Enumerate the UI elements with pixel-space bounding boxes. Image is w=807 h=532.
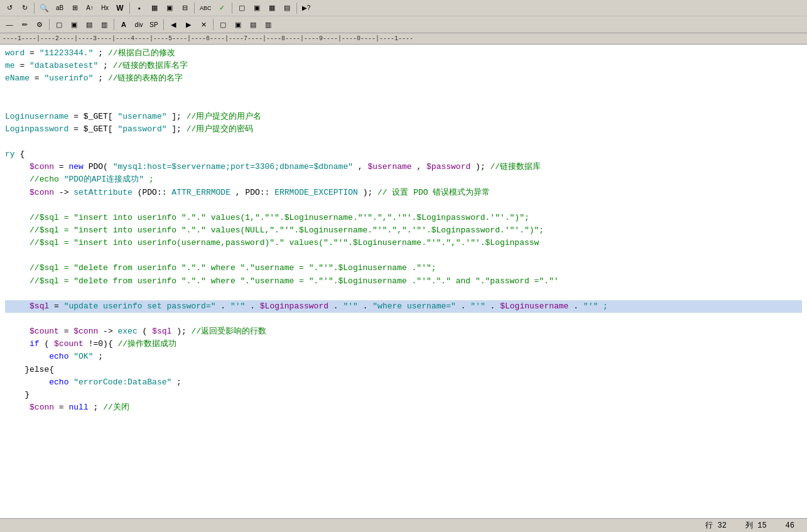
toolbar-row1: ↺ ↻ 🔍 aB ⊞ A↑ Hx W ▪ ▦ ▣ ⊟ ABC ✓ ▢ ▣ ▦ ▤… — [0, 0, 807, 16]
abc-button[interactable]: ABC — [197, 1, 214, 15]
box3-button[interactable]: ▣ — [163, 1, 176, 15]
sq4-button[interactable]: ▥ — [261, 18, 275, 31]
code-token: "username" — [117, 112, 166, 121]
code-token: ; — [603, 301, 608, 311]
code-token: ); — [475, 162, 485, 171]
cross-button[interactable]: ✕ — [197, 18, 210, 31]
arrow-button[interactable]: ▶? — [300, 1, 313, 15]
code-token — [5, 238, 24, 247]
box4-button[interactable]: ⊟ — [178, 1, 192, 15]
sq2-button[interactable]: ▣ — [231, 18, 245, 31]
code-line-ins3: //$sql = "insert into userinfo(username,… — [5, 237, 802, 249]
frame2-button[interactable]: ▣ — [67, 18, 81, 31]
code-token — [5, 352, 44, 361]
sep1 — [34, 3, 35, 14]
code-token: "PDO的API连接成功" — [64, 175, 144, 184]
code-token: "'" — [583, 301, 598, 311]
hx-button[interactable]: Hx — [98, 1, 112, 15]
code-line-count: $count = $conn -> exec ( $sql ); //返回受影响… — [5, 325, 802, 338]
code-token: ry — [5, 149, 15, 159]
code-token: ATTR_ERRMODE — [171, 188, 230, 197]
box5-button[interactable]: ▢ — [235, 1, 249, 15]
code-line-echook: echo "OK" ; — [5, 350, 802, 363]
box8-button[interactable]: ▤ — [280, 1, 294, 15]
code-token: "update userinfo set password=" — [64, 301, 216, 311]
box2-button[interactable]: ▦ — [148, 1, 161, 15]
code-token: me — [5, 61, 15, 70]
code-token: //关闭 — [103, 403, 129, 412]
row-label: 行 32 — [705, 520, 727, 531]
box1-button[interactable]: ▪ — [133, 1, 146, 15]
code-line-ins1: //$sql = "insert into userinfo "."." val… — [5, 212, 802, 224]
undo-button[interactable]: ↺ — [3, 1, 16, 15]
ab-button[interactable]: aB — [53, 1, 67, 15]
redo-button[interactable]: ↻ — [18, 1, 31, 15]
code-token: $conn — [30, 403, 54, 412]
w-button[interactable]: W — [113, 1, 127, 15]
sp-button[interactable]: SP — [147, 18, 161, 31]
div-button[interactable]: div — [132, 18, 146, 31]
code-line-blank7 — [5, 313, 802, 325]
a-button[interactable]: A — [117, 18, 131, 31]
sep5 — [296, 3, 297, 14]
right-arrow-button[interactable]: ▶ — [181, 18, 195, 31]
code-token: ]; — [171, 112, 181, 121]
sq1-button[interactable]: ▢ — [216, 18, 230, 31]
pencil-button[interactable]: ✏ — [18, 18, 31, 31]
code-token: ; — [103, 61, 108, 70]
code-token: "errorCode:DataBase" — [73, 377, 171, 387]
find-button[interactable]: 🔍 — [37, 1, 51, 15]
code-token: $Loginpassword — [260, 301, 328, 311]
left-arrow-button[interactable]: ◀ — [166, 18, 180, 31]
code-token — [5, 175, 24, 184]
code-token: ; — [149, 175, 154, 184]
code-token: ]; — [171, 124, 181, 134]
code-token — [5, 213, 24, 222]
sq3-button[interactable]: ▤ — [246, 18, 260, 31]
code-token — [5, 225, 24, 235]
code-token: //链接的数据库名字 — [113, 61, 188, 70]
code-token: $count — [30, 327, 59, 336]
gear-button[interactable]: ⚙ — [33, 18, 46, 31]
code-line-pdo: $conn = new PDO( "mysql:host=$servername… — [5, 161, 802, 173]
code-token: // 设置 PDO 错误模式为异常 — [377, 188, 490, 197]
frame3-button[interactable]: ▤ — [82, 18, 96, 31]
code-token: PDO( — [89, 162, 108, 171]
code-token: $sql — [152, 327, 171, 336]
code-line-del2: //$sql = "delete from userinfo "."." whe… — [5, 275, 802, 288]
code-token: . — [220, 301, 225, 311]
code-line-setattr: $conn -> setAttribute (PDO:: ATTR_ERRMOD… — [5, 187, 802, 199]
ruler: ----1----|----2----|----3----|----4----|… — [0, 33, 807, 45]
code-token: ; — [98, 48, 103, 58]
code-token: Loginpassword — [5, 124, 68, 134]
box6-button[interactable]: ▣ — [250, 1, 264, 15]
frame4-button[interactable]: ▥ — [97, 18, 111, 31]
code-token: $conn — [73, 327, 98, 336]
code-token: word — [5, 48, 24, 58]
box7-button[interactable]: ▦ — [265, 1, 279, 15]
code-line-blank3 — [5, 136, 802, 148]
code-editor[interactable]: word = "11223344." ; //根据自己的修改 me = "dat… — [0, 45, 807, 519]
code-token: $sql — [30, 301, 49, 311]
code-token — [5, 263, 24, 273]
code-token: Loginusername — [5, 112, 68, 121]
code-token: ( — [143, 327, 148, 336]
code-line-1: word = "11223344." ; //根据自己的修改 — [5, 47, 802, 60]
frame1-button[interactable]: ▢ — [52, 18, 66, 31]
code-token: = — [19, 61, 30, 70]
code-token — [5, 188, 24, 197]
code-token: "where username=" — [372, 301, 456, 311]
a-up-button[interactable]: A↑ — [83, 1, 97, 15]
code-token: . — [250, 301, 255, 311]
code-token: eName — [5, 73, 30, 83]
code-line-error: echo "errorCode:DataBase" ; — [5, 376, 802, 389]
code-line-blank6 — [5, 288, 802, 300]
code-token: -> — [59, 188, 69, 197]
grid1-button[interactable]: ⊞ — [68, 1, 82, 15]
line-button[interactable]: — — [3, 18, 16, 31]
check-button[interactable]: ✓ — [215, 1, 229, 15]
code-line-blank5 — [5, 249, 802, 262]
code-line-close1: } — [5, 389, 802, 401]
code-token: new — [68, 162, 83, 171]
code-token: "'" — [470, 301, 485, 311]
